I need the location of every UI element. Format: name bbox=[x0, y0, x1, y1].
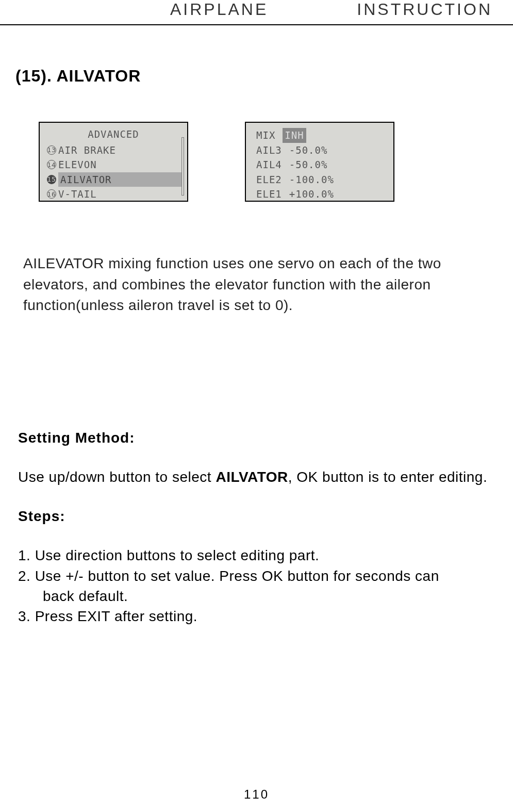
menu-item-elevon: 14 ELEVON bbox=[45, 157, 182, 172]
menu-number-icon: 16 bbox=[47, 189, 56, 199]
header-right: INSTRUCTION bbox=[357, 0, 498, 19]
menu-label: AIR BRAKE bbox=[58, 143, 116, 158]
page-header: AIRPLANE INSTRUCTION bbox=[0, 0, 513, 25]
value-number: -100.0% bbox=[289, 172, 334, 187]
value-row-ele1: ELE1 +100.0% bbox=[251, 187, 388, 202]
steps-list: 1. Use direction buttons to select editi… bbox=[18, 545, 495, 626]
menu-number-icon: 14 bbox=[47, 160, 56, 169]
method-post: , OK button is to enter editing. bbox=[288, 469, 487, 485]
menu-label: V-TAIL bbox=[58, 187, 97, 202]
lcd-screens-row: ADVANCED 13 AIR BRAKE 14 ELEVON 15 AILVA… bbox=[15, 122, 495, 202]
value-label: MIX bbox=[256, 128, 275, 143]
value-label: AIL3 bbox=[256, 143, 282, 158]
menu-item-ailvator-selected: 15 AILVATOR bbox=[45, 172, 182, 187]
description-paragraph: AILEVATOR mixing function uses one servo… bbox=[15, 253, 495, 316]
value-label: ELE2 bbox=[256, 172, 282, 187]
setting-method-text: Use up/down button to select AILVATOR, O… bbox=[18, 467, 495, 488]
value-number: -50.0% bbox=[289, 157, 328, 172]
setting-method-block: Setting Method: Use up/down button to se… bbox=[15, 430, 495, 626]
value-row-ail4: AIL4 -50.0% bbox=[251, 157, 388, 172]
value-label: ELE1 bbox=[256, 187, 282, 202]
page-content: (15). AILVATOR ADVANCED 13 AIR BRAKE 14 … bbox=[0, 25, 513, 626]
menu-item-vtail: 16 V-TAIL bbox=[45, 187, 182, 202]
value-label: AIL4 bbox=[256, 157, 282, 172]
lcd-values-screen: MIX INH AIL3 -50.0% AIL4 -50.0% ELE2 -10… bbox=[245, 122, 394, 202]
lcd-menu-screen: ADVANCED 13 AIR BRAKE 14 ELEVON 15 AILVA… bbox=[39, 122, 188, 202]
value-tag: INH bbox=[283, 128, 306, 143]
value-row-ele2: ELE2 -100.0% bbox=[251, 172, 388, 187]
menu-number-icon: 15 bbox=[47, 175, 56, 184]
step-line: 2. Use +/- button to set value. Press OK… bbox=[18, 566, 495, 586]
step-line: 3. Press EXIT after setting. bbox=[18, 606, 495, 626]
method-bold: AILVATOR bbox=[216, 469, 288, 485]
page-number: 110 bbox=[0, 787, 513, 802]
steps-heading: Steps: bbox=[18, 508, 495, 525]
value-number: +100.0% bbox=[289, 187, 334, 202]
menu-number-icon: 13 bbox=[47, 145, 56, 155]
setting-method-heading: Setting Method: bbox=[18, 430, 495, 446]
menu-label: AILVATOR bbox=[58, 172, 182, 187]
header-left: AIRPLANE bbox=[170, 0, 268, 19]
step-line-cont: back default. bbox=[18, 586, 495, 606]
value-number: -50.0% bbox=[289, 143, 328, 158]
value-row-ail3: AIL3 -50.0% bbox=[251, 143, 388, 158]
scrollbar-icon bbox=[181, 137, 184, 196]
value-row-mix: MIX INH bbox=[251, 128, 388, 143]
menu-item-airbrake: 13 AIR BRAKE bbox=[45, 143, 182, 158]
lcd-menu-title: ADVANCED bbox=[45, 127, 182, 142]
section-title: (15). AILVATOR bbox=[15, 67, 495, 86]
step-line: 1. Use direction buttons to select editi… bbox=[18, 545, 495, 565]
menu-label: ELEVON bbox=[58, 157, 97, 172]
method-pre: Use up/down button to select bbox=[18, 469, 216, 485]
